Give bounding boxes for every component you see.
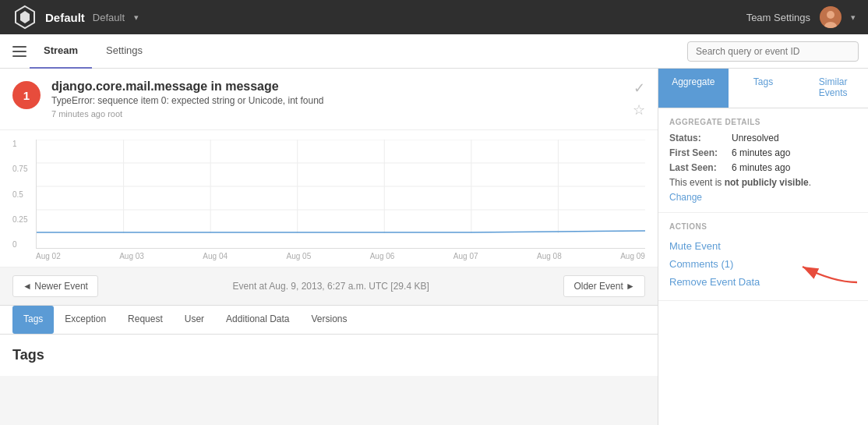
actions-title: ACTIONS: [669, 222, 857, 231]
chart-area: [36, 140, 645, 249]
sidebar-tab-tags[interactable]: Tags: [729, 69, 799, 108]
event-chart: 1 0.75 0.5 0.25 0: [0, 130, 658, 267]
svg-marker-1: [20, 11, 30, 23]
remove-event-data-link[interactable]: Remove Event Data: [669, 273, 857, 291]
event-info: django.core.mail.message in message Type…: [51, 80, 324, 119]
nav-brand: Default: [45, 11, 85, 24]
inner-tab-tags[interactable]: Tags: [12, 306, 54, 334]
event-header: 1 django.core.mail.message in message Ty…: [0, 69, 658, 130]
inner-tabs-row: Tags Exception Request User Additional D…: [0, 305, 658, 335]
tags-section: Tags: [0, 335, 658, 376]
actions-section: ACTIONS Mute Event Comments (1) Remove E…: [658, 213, 868, 301]
check-icon[interactable]: ✓: [633, 80, 645, 97]
event-header-actions: ✓ ☆: [633, 80, 645, 119]
hamburger-menu[interactable]: [9, 43, 30, 60]
inner-tab-additional-data[interactable]: Additional Data: [215, 306, 300, 334]
sidebar-tab-similar-events[interactable]: Similar Events: [798, 69, 868, 108]
event-title: django.core.mail.message in message: [51, 80, 324, 94]
inner-tab-exception[interactable]: Exception: [54, 306, 117, 334]
star-icon[interactable]: ☆: [633, 101, 645, 119]
chart-y-labels: 1 0.75 0.5 0.25 0: [12, 140, 27, 249]
tab-stream[interactable]: Stream: [30, 34, 92, 69]
tags-heading: Tags: [12, 347, 645, 363]
top-nav: Default Default ▾ Team Settings ▾: [0, 0, 868, 34]
last-seen-row: Last Seen: 6 minutes ago: [669, 162, 857, 173]
last-seen-label: Last Seen:: [669, 162, 732, 173]
content-area: 1 django.core.mail.message in message Ty…: [0, 69, 658, 425]
comments-link[interactable]: Comments (1): [669, 255, 857, 273]
main-layout: 1 django.core.mail.message in message Ty…: [0, 69, 868, 425]
visibility-note: This event is not publicly visible.: [669, 177, 857, 188]
inner-tab-request[interactable]: Request: [117, 306, 174, 334]
comments-row: Comments (1): [669, 255, 857, 273]
right-sidebar: Aggregate Tags Similar Events AGGREGATE …: [658, 69, 868, 425]
event-meta: 7 minutes ago root: [51, 109, 324, 119]
sidebar-tab-aggregate[interactable]: Aggregate: [658, 69, 729, 108]
aggregate-details-section: AGGREGATE DETAILS Status: Unresolved Fir…: [658, 108, 868, 213]
event-timestamp: Event at Aug. 9, 2013, 6:27 a.m. UTC [29…: [233, 281, 429, 292]
event-count-badge: 1: [12, 81, 41, 109]
inner-tab-user[interactable]: User: [174, 306, 215, 334]
tab-settings[interactable]: Settings: [92, 34, 157, 69]
event-subtitle: TypeError: sequence item 0: expected str…: [51, 95, 324, 106]
user-avatar[interactable]: [820, 6, 842, 28]
change-visibility-link[interactable]: Change: [669, 192, 702, 203]
status-value: Unresolved: [732, 133, 779, 143]
first-seen-row: First Seen: 6 minutes ago: [669, 147, 857, 158]
svg-point-3: [827, 11, 834, 19]
older-event-button[interactable]: Older Event ►: [563, 275, 645, 297]
nav-dropdown-icon[interactable]: ▾: [134, 12, 139, 23]
status-label: Status:: [669, 133, 732, 143]
mute-event-link[interactable]: Mute Event: [669, 237, 857, 255]
newer-event-button[interactable]: ◄ Newer Event: [12, 275, 98, 297]
search-input[interactable]: [687, 41, 859, 62]
first-seen-value: 6 minutes ago: [732, 147, 790, 158]
first-seen-label: First Seen:: [669, 147, 732, 158]
user-dropdown-icon[interactable]: ▾: [851, 12, 856, 23]
last-seen-value: 6 minutes ago: [732, 162, 790, 173]
logo-icon: [12, 5, 37, 30]
inner-tab-versions[interactable]: Versions: [301, 306, 358, 334]
event-navigation: ◄ Newer Event Event at Aug. 9, 2013, 6:2…: [0, 267, 658, 305]
chart-x-labels: Aug 02 Aug 03 Aug 04 Aug 05 Aug 06 Aug 0…: [36, 252, 645, 260]
team-settings-link[interactable]: Team Settings: [746, 12, 810, 23]
status-row: Status: Unresolved: [669, 133, 857, 143]
chart-svg: [37, 140, 645, 233]
sidebar-tabs: Aggregate Tags Similar Events: [658, 69, 868, 108]
aggregate-details-title: AGGREGATE DETAILS: [669, 118, 857, 126]
nav-project[interactable]: Default: [93, 12, 125, 23]
sub-nav: Stream Settings: [0, 34, 868, 69]
